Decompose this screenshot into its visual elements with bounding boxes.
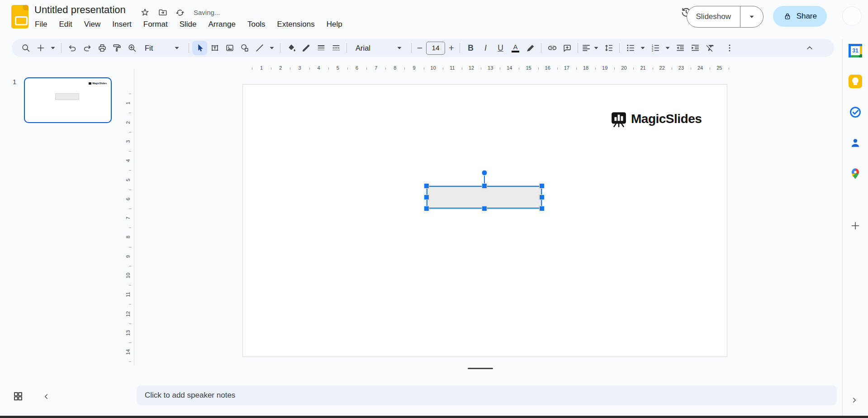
- ruler-v-tick: [129, 323, 131, 324]
- resize-handle-ne[interactable]: [539, 183, 545, 189]
- resize-handle-e[interactable]: [539, 195, 545, 200]
- fill-color-button[interactable]: [284, 41, 299, 55]
- add-comment-button[interactable]: [560, 41, 574, 55]
- ruler-h-tick: [424, 67, 424, 70]
- resize-handle-s[interactable]: [482, 206, 487, 211]
- contacts-app-button[interactable]: [848, 136, 863, 150]
- bulleted-list-dropdown[interactable]: [638, 41, 648, 55]
- maps-icon: [849, 167, 862, 180]
- collapse-filmstrip-button[interactable]: [43, 393, 50, 400]
- border-weight-button[interactable]: [313, 41, 328, 55]
- text-color-button[interactable]: A: [508, 41, 523, 55]
- ruler-v-tick: [129, 94, 131, 94]
- rotation-handle[interactable]: [482, 170, 488, 176]
- menu-edit[interactable]: Edit: [53, 18, 78, 31]
- insert-image-button[interactable]: [222, 41, 237, 55]
- keep-app-button[interactable]: [848, 74, 863, 89]
- font-size-input[interactable]: 14: [426, 42, 445, 55]
- border-color-button[interactable]: [299, 41, 313, 55]
- bulleted-list-button[interactable]: [623, 41, 638, 55]
- select-tool-button[interactable]: [192, 41, 207, 55]
- saving-status: Saving...: [194, 9, 220, 16]
- highlight-color-button[interactable]: [523, 41, 538, 55]
- logo-screen: [15, 16, 28, 25]
- italic-button[interactable]: I: [478, 41, 493, 55]
- bold-button[interactable]: B: [463, 41, 478, 55]
- font-family-select[interactable]: Arial: [350, 41, 408, 55]
- resize-handle-sw[interactable]: [424, 206, 429, 211]
- thumbnail-brand-icon: [89, 82, 91, 85]
- menu-insert[interactable]: Insert: [106, 18, 138, 31]
- slideshow-button[interactable]: Slideshow: [687, 6, 764, 28]
- zoom-button[interactable]: [124, 41, 139, 55]
- new-slide-dropdown[interactable]: [48, 41, 58, 55]
- star-icon[interactable]: [140, 8, 150, 17]
- numbered-list-button[interactable]: [648, 41, 663, 55]
- text-box-button[interactable]: [207, 41, 222, 55]
- slide-thumbnail[interactable]: MagicSlides: [24, 77, 112, 123]
- hide-menus-button[interactable]: [802, 41, 817, 55]
- document-title[interactable]: Untitled presentation: [34, 4, 126, 16]
- align-button[interactable]: [581, 41, 601, 55]
- tasks-app-button[interactable]: [848, 105, 863, 119]
- undo-button[interactable]: [65, 41, 80, 55]
- slideshow-options-button[interactable]: [740, 6, 763, 27]
- underline-button[interactable]: U: [493, 41, 508, 55]
- menu-help[interactable]: Help: [321, 18, 348, 31]
- ruler-h-number: 21: [640, 65, 645, 71]
- insert-shape-button[interactable]: [237, 41, 252, 55]
- account-avatar[interactable]: [842, 6, 862, 26]
- menu-tools[interactable]: Tools: [242, 18, 271, 31]
- decrease-font-size-button[interactable]: −: [415, 41, 425, 55]
- slides-logo-icon[interactable]: [11, 5, 28, 28]
- insert-line-dropdown[interactable]: [267, 41, 277, 55]
- expand-side-panel-button[interactable]: [850, 396, 858, 404]
- notes-resize-handle[interactable]: [468, 368, 493, 369]
- zoom-select[interactable]: Fit: [139, 41, 185, 55]
- resize-handle-se[interactable]: [539, 206, 545, 211]
- ruler-h-number: 15: [526, 65, 531, 71]
- print-button[interactable]: [95, 41, 109, 55]
- add-apps-button[interactable]: [848, 218, 863, 233]
- move-folder-icon[interactable]: [158, 8, 167, 17]
- menu-extensions[interactable]: Extensions: [271, 18, 321, 31]
- line-spacing-button[interactable]: [601, 41, 616, 55]
- more-options-button[interactable]: [722, 41, 737, 55]
- grid-view-button[interactable]: [13, 391, 24, 402]
- share-label: Share: [797, 12, 817, 21]
- menu-file[interactable]: File: [29, 18, 53, 31]
- ruler-h-number: 19: [602, 65, 607, 71]
- magicslides-board-icon: [611, 111, 627, 127]
- share-button[interactable]: Share: [773, 6, 827, 27]
- numbered-list-dropdown[interactable]: [663, 41, 673, 55]
- chevron-down-icon: [267, 43, 277, 53]
- resize-handle-nw[interactable]: [424, 183, 429, 189]
- insert-line-button[interactable]: [252, 41, 267, 55]
- thumbnail-shape: [55, 93, 79, 100]
- new-slide-button[interactable]: [33, 41, 48, 55]
- decrease-indent-button[interactable]: [673, 41, 688, 55]
- increase-font-size-button[interactable]: +: [446, 41, 456, 55]
- menu-view[interactable]: View: [78, 18, 107, 31]
- redo-button[interactable]: [80, 41, 95, 55]
- border-dash-button[interactable]: [328, 41, 343, 55]
- chevron-down-icon: [591, 43, 601, 53]
- speaker-notes[interactable]: Click to add speaker notes: [137, 385, 837, 405]
- selected-text-box[interactable]: [427, 186, 542, 209]
- ruler-v-tick: [129, 304, 131, 304]
- menu-format[interactable]: Format: [138, 18, 174, 31]
- clear-formatting-button[interactable]: [702, 41, 717, 55]
- ruler-v-number: 10: [125, 273, 131, 278]
- slide-brand-logo[interactable]: MagicSlides: [611, 111, 702, 127]
- calendar-app-button[interactable]: 31: [848, 43, 863, 58]
- search-menus-button[interactable]: [18, 41, 33, 55]
- resize-handle-n[interactable]: [482, 183, 487, 189]
- menu-slide[interactable]: Slide: [174, 18, 203, 31]
- paint-format-button[interactable]: [109, 41, 124, 55]
- ruler-v-tick: [129, 151, 131, 152]
- insert-link-button[interactable]: [545, 41, 560, 55]
- menu-arrange[interactable]: Arrange: [202, 18, 241, 31]
- increase-indent-button[interactable]: [688, 41, 702, 55]
- maps-app-button[interactable]: [848, 166, 863, 181]
- resize-handle-w[interactable]: [424, 195, 429, 200]
